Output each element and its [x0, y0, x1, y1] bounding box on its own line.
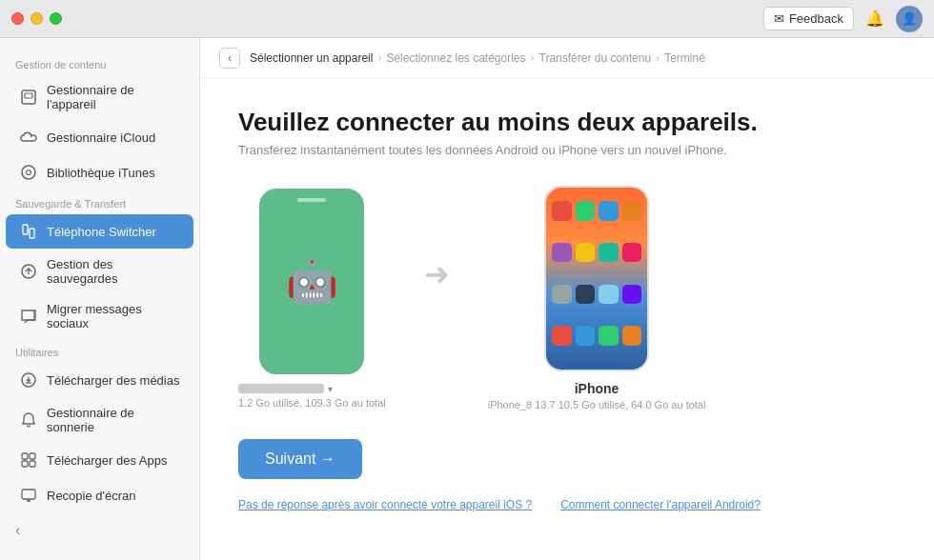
- sidebar-collapse-button[interactable]: ‹: [0, 514, 199, 547]
- app-icon: [552, 326, 572, 346]
- svg-rect-0: [22, 90, 35, 104]
- android-device-name-row[interactable]: ▾: [238, 384, 386, 394]
- app-icon: [576, 201, 596, 221]
- arrow-right-icon: ➜: [424, 256, 450, 292]
- sidebar-item-phone-switcher[interactable]: Téléphone Switcher: [6, 214, 193, 249]
- app-icon: [599, 285, 619, 305]
- android-device-info: ▾ 1.2 Go utilisé, 109.3 Go au total: [238, 384, 386, 409]
- bell-icon: [19, 410, 38, 430]
- sidebar-item-social[interactable]: Migrer messages sociaux: [6, 294, 193, 338]
- breadcrumb-step-2: Sélectionnez les catégories: [386, 51, 525, 65]
- iphone-device-card: iPhone iPhone_8 13.7 10.5 Go utilisé, 64…: [488, 186, 706, 410]
- sidebar-section-content: Gestion de contenu: [0, 51, 199, 74]
- screen-icon: [19, 486, 38, 505]
- android-phone-image: 🤖: [259, 189, 364, 374]
- sidebar-item-itunes[interactable]: Bibliothèque iTunes: [6, 155, 193, 190]
- sidebar-item-backup[interactable]: Gestion des sauvegardes: [6, 250, 193, 293]
- app-body: Gestion de contenu Gestionnaire de l'app…: [0, 38, 934, 560]
- chat-icon: [19, 307, 38, 326]
- device-icon: [19, 88, 38, 107]
- page-subtitle: Transférez instantanément toutes les don…: [238, 143, 896, 157]
- maximize-button[interactable]: [50, 12, 62, 25]
- app-icon: [622, 326, 642, 346]
- android-icon: 🤖: [286, 256, 338, 306]
- sidebar-label: Télécharger des médias: [47, 373, 179, 388]
- sidebar-label: Gestionnaire de sonnerie: [47, 406, 180, 434]
- sidebar-label: Gestionnaire de l'appareil: [47, 83, 180, 111]
- breadcrumb-step-3: Transférer du contenu: [539, 51, 652, 65]
- iphone-image: [544, 186, 649, 371]
- apps-icon: [19, 450, 38, 470]
- app-icon: [576, 326, 596, 346]
- phone-switch-icon: [19, 222, 38, 241]
- sidebar-item-download-media[interactable]: Télécharger des médias: [6, 363, 193, 397]
- sidebar-item-ringtone[interactable]: Gestionnaire de sonnerie: [6, 398, 193, 442]
- svg-point-2: [22, 166, 35, 179]
- feedback-label: Feedback: [789, 11, 843, 26]
- svg-rect-9: [22, 453, 28, 459]
- svg-rect-12: [30, 461, 35, 467]
- breadcrumb-step-4: Terminé: [664, 51, 705, 65]
- mail-icon: ✉: [774, 11, 784, 26]
- android-storage: 1.2 Go utilisé, 109.3 Go au total: [238, 397, 386, 409]
- sidebar-label: Télécharger des Apps: [47, 453, 167, 468]
- svg-rect-13: [22, 490, 35, 499]
- android-device-card: 🤖 ▾ 1.2 Go utilisé, 109.3 Go au total: [238, 189, 386, 409]
- svg-rect-11: [22, 461, 28, 467]
- content-area: ‹ Sélectionner un appareil › Sélectionne…: [200, 38, 934, 560]
- minimize-button[interactable]: [30, 12, 43, 25]
- devices-row: 🤖 ▾ 1.2 Go utilisé, 109.3 Go au total ➜: [238, 186, 896, 410]
- sidebar-label: Migrer messages sociaux: [47, 302, 180, 330]
- dropdown-arrow-icon: ▾: [328, 384, 333, 394]
- app-icon: [552, 285, 572, 305]
- title-bar: ✉ Feedback 🔔 👤: [0, 0, 934, 38]
- breadcrumb-step-1: Sélectionner un appareil: [250, 51, 373, 65]
- cloud-icon: [19, 128, 38, 147]
- sidebar: Gestion de contenu Gestionnaire de l'app…: [0, 38, 200, 560]
- svg-rect-1: [25, 93, 32, 98]
- sidebar-section-transfer: Sauvegarde & Transfert: [0, 190, 199, 213]
- next-button[interactable]: Suivant →: [238, 439, 362, 479]
- download-icon: [19, 370, 38, 390]
- notifications-icon[interactable]: 🔔: [862, 6, 888, 32]
- app-icon: [576, 243, 596, 263]
- main-content: Veuillez connecter au moins deux apparei…: [200, 79, 934, 560]
- sidebar-item-screen[interactable]: Recopie d'écran: [6, 478, 193, 512]
- sidebar-label: Téléphone Switcher: [47, 225, 156, 239]
- sidebar-label: Gestion des sauvegardes: [47, 257, 180, 286]
- iphone-device-info: iPhone iPhone_8 13.7 10.5 Go utilisé, 64…: [488, 381, 706, 410]
- avatar[interactable]: 👤: [896, 6, 923, 32]
- app-icon: [622, 285, 642, 305]
- android-help-link[interactable]: Comment connecter l'appareil Android?: [560, 498, 761, 511]
- sidebar-label: Gestionnaire iCloud: [47, 130, 155, 145]
- breadcrumb-sep-2: ›: [531, 51, 535, 65]
- title-bar-right: ✉ Feedback 🔔 👤: [763, 6, 923, 32]
- close-button[interactable]: [11, 12, 24, 25]
- music-icon: [19, 163, 38, 182]
- app-icon: [622, 243, 642, 263]
- breadcrumb: ‹ Sélectionner un appareil › Sélectionne…: [200, 38, 934, 79]
- back-button[interactable]: ‹: [219, 48, 240, 69]
- svg-rect-10: [30, 453, 35, 459]
- sidebar-item-icloud[interactable]: Gestionnaire iCloud: [6, 120, 193, 154]
- help-links: Pas de réponse après avoir connecté votr…: [238, 498, 896, 511]
- breadcrumb-sep-1: ›: [377, 51, 381, 65]
- svg-rect-5: [30, 229, 34, 238]
- app-icon: [599, 201, 619, 221]
- feedback-button[interactable]: ✉ Feedback: [763, 7, 854, 30]
- android-device-name-blurred: [238, 384, 324, 393]
- iphone-label: iPhone: [488, 381, 706, 396]
- app-icon: [576, 285, 596, 305]
- sidebar-section-utils: Utilitaires: [0, 339, 199, 362]
- sidebar-item-apps[interactable]: Télécharger des Apps: [6, 443, 193, 477]
- ios-help-link[interactable]: Pas de réponse après avoir connecté votr…: [238, 498, 532, 511]
- page-title: Veuillez connecter au moins deux apparei…: [238, 108, 896, 137]
- svg-point-3: [27, 170, 31, 175]
- transfer-arrow: ➜: [424, 256, 450, 292]
- app-icon: [552, 243, 572, 263]
- app-icon: [599, 326, 619, 346]
- backup-icon: [19, 262, 38, 281]
- sidebar-item-device-manager[interactable]: Gestionnaire de l'appareil: [6, 75, 193, 119]
- app-icon: [599, 243, 619, 263]
- sidebar-label: Recopie d'écran: [47, 489, 136, 503]
